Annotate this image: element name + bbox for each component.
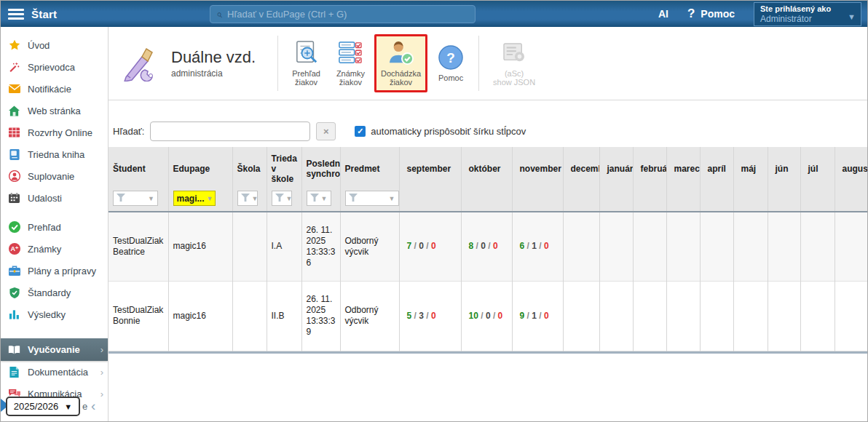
school-year-select[interactable]: 2025/2026 ▼ [6, 397, 80, 416]
checkbox-checked-icon: ✓ [355, 126, 366, 137]
column-filter-dropdown[interactable]: ▼ [345, 191, 399, 206]
substitute-person-icon [8, 170, 20, 183]
user-name: Administrátor [760, 14, 855, 24]
sidebar-item-suplovanie[interactable]: Suplovanie [1, 165, 108, 187]
column-header-posledn-synchroniz-cia[interactable]: Posledná synchronizácia [301, 147, 340, 189]
star-icon [8, 39, 20, 52]
sidebar-item-v-sledky[interactable]: Výsledky [1, 303, 108, 325]
sidebar-item-label: Známky [28, 244, 61, 255]
sidebar-item-preh-ad[interactable]: Prehľad [1, 216, 108, 238]
auto-column-width-checkbox[interactable]: ✓ automaticky prispôsobiť šírku stĺpcov [355, 126, 526, 137]
table-cell-november: 6 / 1 / 0 [512, 212, 563, 281]
sidebar-item-pl-ny-a-pr-pravy[interactable]: Plány a prípravy [1, 260, 108, 282]
column-header-okt-ber[interactable]: október [461, 147, 512, 189]
column-header-febru-r[interactable]: február [633, 147, 666, 189]
table-cell-febru-r [633, 281, 666, 351]
toolbar-button-pomoc[interactable]: ?Pomoc [430, 39, 471, 88]
logged-in-user-menu[interactable]: Ste prihlásený ako Administrátor ▼ [754, 2, 861, 26]
sidebar-item-label: Udalosti [28, 193, 62, 204]
column-header-m-j[interactable]: máj [733, 147, 768, 189]
column-header-december[interactable]: december [563, 147, 599, 189]
column-header-edupage[interactable]: Edupage [168, 147, 232, 189]
column-filter-dropdown[interactable]: magi...▼ [173, 191, 216, 206]
column-filter-dropdown[interactable]: ▼ [237, 191, 258, 206]
toolbar-button-label: Pomoc [438, 73, 463, 82]
sidebar-item--vod[interactable]: Úvod [1, 34, 108, 56]
sidebar-footer: 2025/2026 ▼ e ‹ [1, 394, 108, 416]
column-header-j-l[interactable]: júl [800, 147, 835, 189]
toolbar-button-zn-mky[interactable]: Známky žiakov [330, 34, 371, 92]
sidebar-item-label: Štandardy [28, 287, 71, 298]
table-row: TestDualZiak Beatricemagic16I.A26. 11. 2… [108, 212, 867, 281]
column-header-november[interactable]: november [512, 147, 563, 189]
column-header-predmet[interactable]: Predmet [340, 147, 399, 189]
help-button[interactable]: ? Pomoc [687, 7, 735, 21]
column-header-janu-r[interactable]: január [599, 147, 633, 189]
toolbar-button-preh-ad[interactable]: Prehľad žiakov [285, 34, 327, 92]
column-filter-cell [599, 189, 633, 212]
sidebar-item-sprievodca[interactable]: Sprievodca [1, 56, 108, 78]
sidebar-item-notifik-cie[interactable]: Notifikácie [1, 78, 108, 100]
topbar-right: AI ? Pomoc Ste prihlásený ako Administrá… [658, 2, 861, 26]
table-search-input[interactable] [150, 122, 310, 141]
chevron-down-icon: ▼ [389, 194, 395, 204]
sidebar-item-zn-mky[interactable]: A⁺Známky [1, 238, 108, 260]
toolbar-button--asc-[interactable]: (aSc) show JSON [486, 34, 542, 92]
column-filter-dropdown[interactable]: ▼ [307, 191, 331, 206]
sidebar-item-label: Dokumentácia [28, 367, 88, 378]
table-cell--kola [232, 281, 267, 351]
attendance-table-wrap: ŠtudentEdupageŠkolaTrieda v školePosledn… [108, 147, 867, 354]
sidebar-item-web-str-nka[interactable]: Web stránka [1, 100, 108, 122]
column-header-september[interactable]: september [399, 147, 461, 189]
global-search[interactable]: ⌕ [210, 5, 476, 23]
sidebar-item-label: Plány a prípravy [28, 266, 96, 276]
column-header-apr-l[interactable]: apríl [700, 147, 733, 189]
column-filter-dropdown[interactable]: ▼ [113, 191, 158, 206]
column-header--tudent[interactable]: Študent [108, 147, 168, 189]
briefcase-icon [8, 265, 20, 277]
table-cell-posledn-synchroniz-cia: 26. 11. 2025 13:33:39 [301, 281, 340, 351]
sidebar-collapse-icon[interactable]: ‹ [91, 398, 95, 414]
global-search-input[interactable] [227, 9, 469, 20]
sidebar-item-label: Výsledky [28, 309, 66, 320]
search-icon: ⌕ [216, 8, 222, 20]
column-filter-cell [835, 189, 867, 212]
sidebar-item-label: Web stránka [28, 106, 81, 116]
column-filter-dropdown[interactable]: ▼ [272, 191, 292, 206]
filter-value: magi... [177, 194, 205, 204]
column-filter-cell [633, 189, 666, 212]
column-header-august[interactable]: august [835, 147, 867, 189]
column-header--kola[interactable]: Škola [232, 147, 267, 189]
sidebar-item--tandardy[interactable]: Štandardy [1, 282, 108, 303]
students-attendance-icon [388, 40, 414, 66]
sidebar-item-rozvrhy-online[interactable]: Rozvrhy Online [1, 122, 108, 143]
table-cell-edupage: magic16 [168, 281, 232, 351]
table-cell-marec [666, 281, 700, 351]
attendance-absent: 0 [498, 311, 503, 321]
start-button[interactable]: Štart [31, 8, 57, 20]
table-cell-apr-l [700, 281, 733, 351]
sidebar-item-dokument-cia[interactable]: Dokumentácia› [1, 361, 108, 383]
chevron-down-icon: ▼ [286, 194, 293, 204]
attendance-excused: 1 [532, 241, 537, 251]
hamburger-menu-icon[interactable] [8, 9, 24, 20]
column-header-marec[interactable]: marec [666, 147, 700, 189]
sidebar-item-vyu-ovanie[interactable]: Vyučovanie› [1, 338, 108, 361]
chevron-down-icon: ▼ [321, 194, 328, 204]
sidebar-item-udalosti[interactable]: Udalosti [1, 187, 108, 209]
ai-button[interactable]: AI [658, 8, 668, 20]
column-header-j-n[interactable]: jún [768, 147, 800, 189]
toolbar-button-doch-dzka[interactable]: Dochádzka žiakov [374, 34, 427, 92]
envelope-icon [8, 83, 20, 95]
column-header-trieda-v-kole[interactable]: Trieda v škole [267, 147, 301, 189]
class-book-icon [8, 148, 20, 161]
sidebar-item-triedna-kniha[interactable]: Triedna kniha [1, 143, 108, 165]
table-cell-j-n [768, 212, 800, 281]
table-cell-predmet: Odborný výcvik [340, 212, 399, 281]
toolbar-button-label: Dochádzka žiakov [381, 69, 421, 87]
table-cell-trieda-v-kole: II.B [267, 281, 301, 351]
clear-search-button[interactable]: × [316, 122, 336, 140]
page-title: Duálne vzd. [171, 48, 256, 67]
top-bar: Štart ⌕ AI ? Pomoc Ste prihlásený ako Ad… [1, 1, 867, 27]
page-subtitle: administrácia [171, 68, 256, 79]
